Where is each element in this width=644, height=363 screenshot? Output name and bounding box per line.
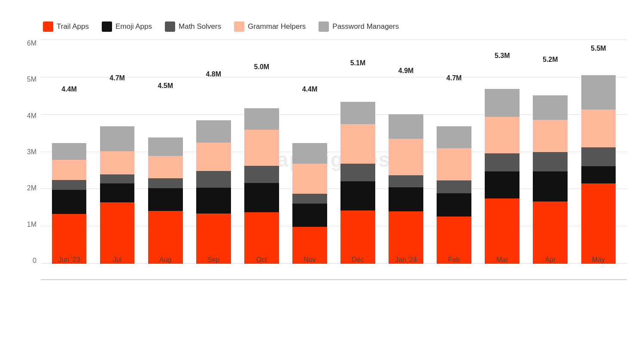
x-axis-label: Jan '24 (395, 256, 417, 264)
bar-total-label: 5.5M (591, 45, 606, 52)
legend-swatch (234, 21, 244, 32)
bar-total-label: 5.1M (350, 59, 366, 67)
bar-total-label: 4.9M (398, 67, 414, 75)
bar-segment-math (244, 166, 279, 183)
legend-item: Password Managers (319, 21, 399, 32)
bar-stack: 4.7M (437, 88, 471, 264)
bar-segment-password (533, 95, 568, 120)
x-axis-label: Mar (496, 256, 508, 264)
legend-label: Emoji Apps (115, 22, 152, 31)
legend-label: Math Solvers (179, 22, 221, 31)
y-axis-label: 0 (17, 257, 41, 265)
x-axis-label: Apr (545, 256, 556, 264)
legend-swatch (165, 21, 175, 32)
bar-stack: 4.8M (196, 84, 231, 264)
legend-swatch (102, 21, 112, 32)
bar-stack: 5.5M (581, 58, 616, 264)
x-axis-label: Jul (113, 256, 122, 264)
x-axis-label: May (592, 256, 605, 264)
bar-segment-trail (100, 202, 135, 264)
bar-segment-grammar (389, 139, 423, 175)
bar-segment-math (581, 147, 616, 166)
bar-segment-password (196, 120, 231, 143)
bar-stack: 4.4M (292, 99, 327, 264)
legend: Trail AppsEmoji AppsMath SolversGrammar … (43, 21, 627, 32)
bar-segment-password (581, 75, 616, 110)
y-axis-label: 2M (17, 184, 41, 192)
bar-stack: 5.0M (244, 77, 279, 264)
legend-label: Trail Apps (57, 22, 89, 31)
bar-segment-trail (533, 201, 568, 264)
bar-group: 5.2MApr (526, 40, 574, 264)
bar-group: 5.0MOct (237, 40, 286, 264)
bar-total-label: 5.3M (495, 52, 510, 60)
bar-segment-emoji (244, 183, 279, 213)
bar-segment-math (340, 164, 375, 181)
bar-segment-grammar (244, 130, 279, 165)
bar-segment-math (437, 180, 471, 194)
y-axis-label: 1M (17, 221, 41, 229)
x-axis-label: Nov (304, 256, 316, 264)
bar-group: 4.4MJun '23 (45, 40, 93, 264)
bar-segment-emoji (340, 181, 375, 210)
bar-segment-password (340, 102, 375, 124)
bar-group: 5.3MMar (478, 40, 526, 264)
bar-segment-trail (485, 198, 519, 264)
bar-segment-grammar (292, 164, 327, 194)
bar-segment-password (437, 126, 471, 148)
bar-total-label: 4.5M (158, 82, 173, 90)
bar-segment-math (148, 178, 183, 188)
bar-segment-math (52, 180, 87, 189)
x-axis-label: Sep (207, 256, 219, 264)
bar-segment-emoji (389, 187, 423, 211)
x-axis-label: Oct (256, 256, 267, 264)
bar-segment-emoji (533, 171, 568, 201)
bar-segment-grammar (533, 120, 568, 152)
x-axis-label: Feb (448, 256, 460, 264)
legend-item: Grammar Helpers (234, 21, 306, 32)
bar-segment-password (292, 143, 327, 164)
bar-total-label: 4.4M (61, 85, 77, 93)
bar-segment-math (485, 153, 519, 171)
bar-stack: 5.1M (340, 73, 375, 264)
bar-segment-password (244, 108, 279, 130)
bars-container: 4.4MJun '234.7MJul4.5MAug4.8MSep5.0MOct4… (41, 40, 627, 264)
bar-total-label: 5.0M (254, 63, 270, 71)
x-axis-label: Dec (352, 256, 364, 264)
bar-stack: 5.3M (485, 66, 519, 264)
bar-segment-password (52, 143, 87, 159)
legend-label: Grammar Helpers (248, 22, 306, 31)
y-axis-label: 5M (17, 76, 41, 83)
bar-group: 5.1MDec (334, 40, 382, 264)
bar-segment-emoji (581, 166, 616, 183)
chart-area: 01M2M3M4M5M6M appfigures 4.4MJun '234.7M… (17, 40, 627, 280)
bar-segment-math (533, 152, 568, 171)
bar-segment-emoji (148, 188, 183, 211)
bar-segment-math (100, 174, 135, 183)
bar-segment-grammar (437, 148, 471, 180)
y-axis-label: 6M (17, 40, 41, 47)
bar-stack: 4.7M (100, 88, 135, 264)
bar-group: 4.8MSep (189, 40, 237, 264)
bar-segment-grammar (340, 124, 375, 164)
y-axis: 01M2M3M4M5M6M (17, 40, 41, 280)
legend-item: Trail Apps (43, 21, 89, 32)
bar-group: 4.7MFeb (430, 40, 478, 264)
legend-swatch (43, 21, 53, 32)
y-axis-label: 3M (17, 148, 41, 156)
x-axis-label: Jun '23 (58, 256, 80, 264)
legend-label: Password Managers (332, 22, 399, 31)
bar-segment-grammar (100, 151, 135, 175)
bar-segment-emoji (292, 204, 327, 227)
bar-segment-password (100, 126, 135, 151)
bar-group: 4.5MAug (141, 40, 189, 264)
bar-group: 4.9MJan '24 (382, 40, 430, 264)
bar-segment-grammar (148, 156, 183, 178)
bar-segment-math (196, 171, 231, 187)
bar-total-label: 4.7M (447, 74, 462, 82)
bar-segment-password (389, 114, 423, 139)
bar-stack: 4.9M (389, 81, 423, 264)
legend-swatch (319, 21, 329, 32)
bar-segment-emoji (100, 183, 135, 202)
bar-segment-grammar (581, 110, 616, 147)
